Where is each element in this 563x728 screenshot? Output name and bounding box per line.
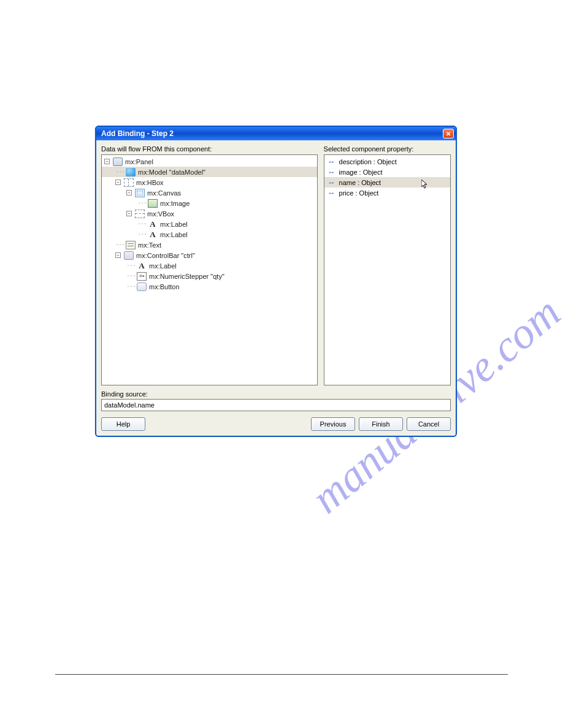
binding-arrow-icon: ↔ bbox=[328, 168, 335, 176]
tree-item[interactable]: ···mx:Button bbox=[102, 281, 317, 292]
previous-button[interactable]: Previous bbox=[311, 417, 355, 431]
tree-connector-icon: ··· bbox=[126, 273, 136, 279]
binding-source-label: Binding source: bbox=[101, 390, 451, 398]
tree-item[interactable]: −mx:HBox bbox=[102, 177, 317, 188]
stepper-icon: 16 ▸ bbox=[137, 272, 147, 281]
tree-item[interactable]: ···mx:Image bbox=[102, 198, 317, 208]
tree-connector-icon: ··· bbox=[126, 262, 136, 269]
vbox-icon bbox=[135, 210, 145, 218]
tree-item[interactable]: ···Amx:Label bbox=[102, 219, 317, 229]
tree-connector-icon: ··· bbox=[115, 169, 124, 175]
tree-item-label: mx:Panel bbox=[125, 158, 153, 165]
tree-item-label: mx:Label bbox=[160, 221, 188, 228]
tree-item[interactable]: ···mx:Model "dataModel" bbox=[102, 167, 317, 177]
tree-item[interactable]: −mx:VBox bbox=[102, 208, 317, 219]
tree-item-label: mx:HBox bbox=[136, 179, 164, 186]
collapse-icon[interactable]: − bbox=[115, 252, 121, 258]
tree-item-label: mx:VBox bbox=[147, 210, 174, 218]
label-icon: A bbox=[137, 262, 147, 270]
property-item[interactable]: ↔description : Object bbox=[324, 156, 450, 167]
tree-item-label: mx:Image bbox=[160, 200, 190, 207]
property-list-panel[interactable]: ↔description : Object↔image : Object↔nam… bbox=[324, 154, 451, 385]
finish-button[interactable]: Finish bbox=[359, 417, 403, 431]
binding-arrow-icon: ↔ bbox=[328, 157, 335, 166]
tree-item[interactable]: −mx:Panel bbox=[102, 156, 317, 167]
dialog-title: Add Binding - Step 2 bbox=[101, 129, 174, 138]
collapse-icon[interactable]: − bbox=[126, 211, 132, 216]
tree-item[interactable]: ···mx:Text bbox=[102, 240, 317, 250]
titlebar[interactable]: Add Binding - Step 2 ✕ bbox=[96, 127, 456, 140]
binding-source-input[interactable] bbox=[101, 399, 451, 411]
tree-item-label: mx:Label bbox=[160, 231, 188, 238]
tree-item-label: mx:Button bbox=[149, 283, 180, 290]
tree-connector-icon: ··· bbox=[137, 200, 147, 207]
tree-connector-icon: ··· bbox=[126, 283, 136, 290]
tree-item[interactable]: −mx:ControlBar "ctrl" bbox=[102, 250, 317, 260]
property-item-label: description : Object bbox=[339, 158, 397, 165]
close-icon: ✕ bbox=[446, 131, 451, 137]
tree-item[interactable]: ···Amx:Label bbox=[102, 229, 317, 240]
label-icon: A bbox=[148, 220, 158, 229]
dialog-body: Data will flow FROM this component: −mx:… bbox=[96, 140, 456, 436]
property-item[interactable]: ↔price : Object bbox=[324, 188, 450, 198]
property-item-label: image : Object bbox=[339, 169, 383, 176]
tree-item-label: mx:ControlBar "ctrl" bbox=[136, 252, 195, 259]
tree-item-label: mx:Canvas bbox=[147, 189, 181, 197]
property-item[interactable]: ↔name : Object bbox=[324, 177, 450, 188]
tree-item[interactable]: ···Amx:Label bbox=[102, 260, 317, 271]
binding-arrow-icon: ↔ bbox=[328, 189, 335, 197]
tree-item-label: mx:Model "dataModel" bbox=[138, 169, 205, 176]
collapse-icon[interactable]: − bbox=[104, 159, 110, 164]
property-item-label: price : Object bbox=[339, 189, 379, 197]
tree-item[interactable]: −mx:Canvas bbox=[102, 188, 317, 198]
canvas-icon bbox=[135, 189, 145, 197]
collapse-icon[interactable]: − bbox=[115, 180, 121, 185]
component-tree-panel[interactable]: −mx:Panel···mx:Model "dataModel"−mx:HBox… bbox=[101, 154, 318, 385]
collapse-icon[interactable]: − bbox=[126, 190, 132, 195]
label-icon: A bbox=[148, 230, 158, 239]
property-item[interactable]: ↔image : Object bbox=[324, 167, 450, 177]
text-icon bbox=[126, 241, 136, 249]
page-footer-rule bbox=[55, 674, 508, 675]
ctrlbar-icon bbox=[124, 251, 134, 260]
left-panel-label: Data will flow FROM this component: bbox=[101, 145, 318, 153]
panel-icon bbox=[113, 157, 123, 166]
tree-connector-icon: ··· bbox=[137, 221, 147, 227]
model-icon bbox=[126, 168, 136, 176]
image-icon bbox=[148, 199, 158, 208]
tree-connector-icon: ··· bbox=[115, 241, 124, 248]
tree-item-label: mx:Label bbox=[149, 262, 177, 270]
right-panel-label: Selected component property: bbox=[324, 145, 451, 153]
property-item-label: name : Object bbox=[339, 179, 381, 186]
tree-connector-icon: ··· bbox=[137, 231, 147, 238]
help-button[interactable]: Help bbox=[101, 417, 145, 431]
hbox-icon bbox=[124, 178, 134, 187]
tree-item[interactable]: ···16 ▸mx:NumericStepper "qty" bbox=[102, 271, 317, 281]
binding-arrow-icon: ↔ bbox=[328, 178, 335, 187]
cancel-button[interactable]: Cancel bbox=[407, 417, 451, 431]
tree-item-label: mx:NumericStepper "qty" bbox=[149, 273, 224, 280]
tree-item-label: mx:Text bbox=[138, 241, 161, 249]
add-binding-dialog: Add Binding - Step 2 ✕ Data will flow FR… bbox=[95, 126, 457, 437]
close-button[interactable]: ✕ bbox=[443, 129, 454, 138]
button-icon bbox=[137, 282, 147, 291]
